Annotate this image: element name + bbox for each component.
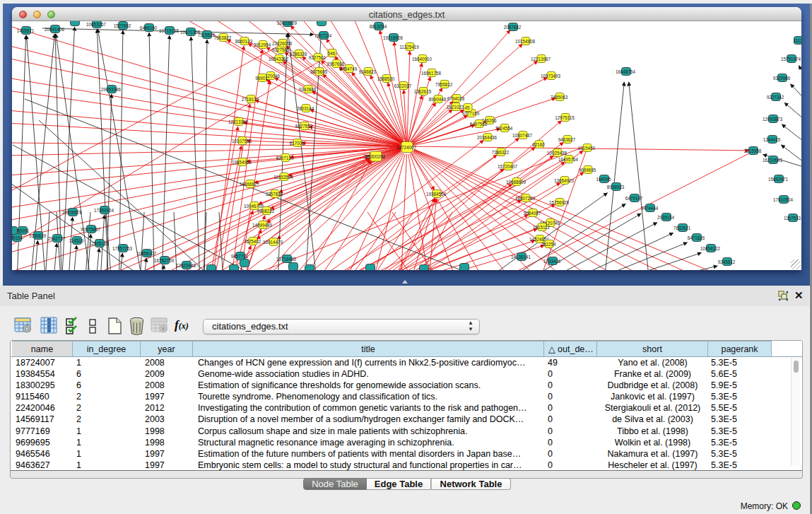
svg-text:1588520: 1588520 [377, 76, 395, 81]
svg-text:62160: 62160 [532, 142, 545, 147]
svg-text:8813054: 8813054 [370, 24, 387, 29]
svg-text:1527602: 1527602 [114, 23, 131, 28]
svg-text:7625402: 7625402 [244, 239, 261, 244]
svg-text:1405571: 1405571 [17, 28, 35, 33]
svg-text:1733426: 1733426 [543, 259, 561, 264]
svg-text:39154: 39154 [12, 235, 23, 240]
svg-text:7663822: 7663822 [214, 35, 232, 40]
svg-text:16782759: 16782759 [154, 258, 175, 263]
svg-text:12505135: 12505135 [89, 241, 110, 246]
svg-text:546: 546 [328, 51, 336, 56]
svg-text:13716485: 13716485 [276, 257, 297, 262]
svg-text:164095: 164095 [596, 177, 611, 182]
svg-text:10973493: 10973493 [541, 74, 561, 78]
svg-text:10543362: 10543362 [269, 57, 289, 62]
svg-text:3875685: 3875685 [310, 69, 328, 74]
svg-text:8267130: 8267130 [276, 156, 294, 160]
svg-text:16648764: 16648764 [616, 69, 636, 74]
svg-text:10654122: 10654122 [700, 246, 721, 251]
svg-text:9115460: 9115460 [578, 146, 596, 151]
svg-text:6322037: 6322037 [394, 83, 412, 88]
svg-text:9498222: 9498222 [257, 209, 275, 214]
svg-text:6794028: 6794028 [447, 96, 465, 101]
svg-text:3912954: 3912954 [254, 42, 271, 47]
svg-text:8454749: 8454749 [340, 66, 358, 71]
svg-text:13654923: 13654923 [554, 178, 575, 183]
svg-text:17359924: 17359924 [94, 208, 114, 213]
svg-text:7386322: 7386322 [492, 150, 510, 155]
svg-text:25300203: 25300203 [365, 154, 386, 159]
svg-text:10107553: 10107553 [232, 139, 252, 144]
svg-text:8427552: 8427552 [295, 124, 313, 129]
svg-text:11353594: 11353594 [273, 175, 293, 180]
svg-text:9242848: 9242848 [299, 87, 317, 92]
svg-text:9084067: 9084067 [524, 211, 541, 216]
svg-text:8186328: 8186328 [290, 52, 307, 57]
svg-text:15692971: 15692971 [768, 177, 789, 182]
svg-text:9457791: 9457791 [231, 254, 249, 259]
svg-text:15756928: 15756928 [549, 200, 570, 205]
svg-text:10033809: 10033809 [277, 21, 298, 25]
svg-text:16210643: 16210643 [763, 158, 783, 163]
svg-text:16961758: 16961758 [421, 71, 442, 76]
svg-text:17010504: 17010504 [773, 197, 794, 202]
svg-text:11325419: 11325419 [399, 45, 419, 49]
svg-text:19218906: 19218906 [383, 35, 404, 40]
svg-text:9227342: 9227342 [767, 95, 784, 100]
svg-text:3624554: 3624554 [495, 126, 513, 131]
svg-text:18807249: 18807249 [515, 196, 536, 201]
svg-text:1244415: 1244415 [763, 137, 781, 142]
svg-text:9327503: 9327503 [272, 47, 290, 52]
svg-text:3215958: 3215958 [744, 148, 762, 153]
svg-text:12975115: 12975115 [555, 115, 575, 120]
svg-text:10719138: 10719138 [159, 28, 180, 33]
svg-text:15751074: 15751074 [781, 57, 801, 62]
svg-text:252254: 252254 [541, 242, 556, 247]
svg-text:8938923: 8938923 [607, 185, 625, 189]
svg-text:8471626: 8471626 [688, 235, 705, 240]
svg-text:9463627: 9463627 [558, 137, 576, 142]
svg-text:20364436: 20364436 [477, 135, 498, 140]
svg-text:2942737: 2942737 [48, 236, 66, 241]
svg-text:7857224: 7857224 [314, 33, 332, 38]
svg-text:1167533: 1167533 [784, 216, 801, 221]
svg-text:2803144: 2803144 [297, 106, 314, 111]
svg-text:8660123: 8660123 [235, 39, 253, 44]
svg-text:7485063: 7485063 [551, 95, 568, 100]
svg-text:114519: 114519 [69, 238, 84, 243]
svg-text:6497568: 6497568 [470, 122, 488, 127]
svg-text:16495764: 16495764 [558, 157, 579, 162]
svg-text:2718170: 2718170 [242, 97, 259, 102]
svg-text:8990448: 8990448 [429, 97, 447, 102]
svg-text:12213967: 12213967 [531, 57, 551, 62]
svg-text:12093873: 12093873 [763, 117, 783, 122]
svg-text:98901: 98901 [255, 76, 268, 81]
svg-text:10154808: 10154808 [515, 39, 536, 44]
svg-text:17957253: 17957253 [112, 246, 133, 251]
svg-text:19166827: 19166827 [240, 182, 260, 187]
svg-text:20691406: 20691406 [45, 27, 65, 32]
svg-text:9329966: 9329966 [773, 76, 791, 81]
svg-text:6479197: 6479197 [625, 196, 643, 201]
svg-text:7632621: 7632621 [673, 226, 691, 230]
svg-text:2967608: 2967608 [327, 62, 345, 66]
svg-text:6466160: 6466160 [140, 25, 158, 30]
svg-text:12213362: 12213362 [228, 119, 249, 124]
svg-text:9474444: 9474444 [641, 206, 659, 211]
svg-text:10046708: 10046708 [244, 204, 264, 209]
svg-text:15720407: 15720407 [498, 164, 518, 169]
svg-text:3357834: 3357834 [266, 192, 283, 197]
svg-text:2087682: 2087682 [504, 25, 522, 30]
svg-text:14099489: 14099489 [252, 223, 273, 228]
svg-text:29053346: 29053346 [101, 87, 122, 92]
svg-text:1156829: 1156829 [29, 233, 47, 238]
svg-text:2935114: 2935114 [657, 215, 675, 220]
svg-text:9146821: 9146821 [359, 69, 377, 74]
svg-text:7955812: 7955812 [435, 82, 453, 87]
svg-text:10688609: 10688609 [506, 180, 526, 185]
svg-text:7515526: 7515526 [198, 33, 216, 37]
svg-text:90975867: 90975867 [81, 227, 101, 232]
svg-text:12823446: 12823446 [176, 263, 196, 268]
svg-text:9245612: 9245612 [718, 259, 736, 264]
svg-text:16640910: 16640910 [412, 57, 433, 62]
